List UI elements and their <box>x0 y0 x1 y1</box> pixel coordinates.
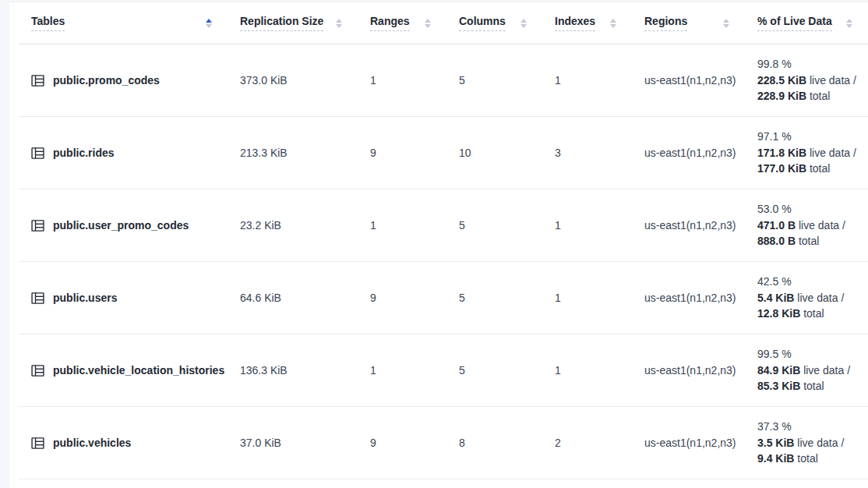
total-data-line: 9.4 KiB total <box>757 451 868 467</box>
table-icon <box>31 74 44 87</box>
column-header[interactable]: % of Live Data <box>745 15 868 31</box>
live-data-percent: 99.8 % <box>757 56 868 72</box>
columns-cell: 5 <box>446 74 542 87</box>
replication-size-cell: 23.2 KiB <box>228 219 358 232</box>
column-header[interactable]: Tables <box>19 15 228 31</box>
sort-desc-icon[interactable] <box>336 24 342 28</box>
live-data-percent: 53.0 % <box>757 201 868 217</box>
sort-asc-icon[interactable] <box>723 19 729 23</box>
table-name-link[interactable]: public.rides <box>53 147 115 159</box>
regions-cell: us-east1(n1,n2,n3) <box>632 74 745 87</box>
column-header[interactable]: Ranges <box>358 15 446 31</box>
table-name-link[interactable]: public.promo_codes <box>53 74 160 87</box>
table-icon <box>31 292 44 305</box>
columns-cell: 5 <box>446 219 542 232</box>
table-icon <box>31 219 44 232</box>
table-name-cell: public.vehicle_location_histories <box>19 364 228 377</box>
column-header-label[interactable]: % of Live Data <box>757 15 832 31</box>
sort-desc-icon[interactable] <box>846 24 852 28</box>
table-name-link[interactable]: public.vehicle_location_histories <box>53 364 224 377</box>
table-row[interactable]: public.vehicles 37.0 KiB 9 8 2 us-east1(… <box>19 407 868 479</box>
replication-size-cell: 64.6 KiB <box>228 292 358 304</box>
sort-arrows-icon[interactable] <box>723 19 729 28</box>
column-header-label[interactable]: Replication Size <box>240 15 323 31</box>
live-data-percent: 97.1 % <box>757 129 868 145</box>
sort-desc-icon[interactable] <box>425 24 431 28</box>
sort-asc-icon[interactable] <box>846 19 852 23</box>
indexes-cell: 1 <box>542 219 632 232</box>
sort-asc-icon[interactable] <box>425 19 431 23</box>
column-header[interactable]: Indexes <box>542 15 632 31</box>
replication-size-cell: 373.0 KiB <box>228 74 358 87</box>
sort-arrows-icon[interactable] <box>425 19 431 28</box>
ranges-cell: 1 <box>358 219 446 232</box>
table-row[interactable]: public.vehicle_location_histories 136.3 … <box>19 334 868 407</box>
indexes-cell: 1 <box>542 292 632 304</box>
live-data-percent: 99.5 % <box>757 346 868 362</box>
table-icon <box>31 147 44 160</box>
live-data-cell: 53.0 % 471.0 B live data / 888.0 B total <box>745 201 868 249</box>
ranges-cell: 9 <box>358 147 446 159</box>
sort-asc-icon[interactable] <box>520 19 527 23</box>
column-header-label[interactable]: Columns <box>459 15 506 31</box>
column-header[interactable]: Regions <box>632 15 745 31</box>
column-header-label[interactable]: Tables <box>31 15 65 31</box>
columns-cell: 5 <box>446 292 542 304</box>
column-header-label[interactable]: Ranges <box>370 15 410 31</box>
live-data-line: 84.9 KiB live data / <box>757 362 868 379</box>
sort-asc-icon[interactable] <box>206 19 212 23</box>
table-name-link[interactable]: public.vehicles <box>53 437 131 449</box>
table-row[interactable]: public.user_promo_codes 23.2 KiB 1 5 1 u… <box>19 189 868 262</box>
live-data-percent: 42.5 % <box>757 274 868 290</box>
table-row[interactable]: public.users 64.6 KiB 9 5 1 us-east1(n1,… <box>19 262 868 334</box>
live-data-cell: 42.5 % 5.4 KiB live data / 12.8 KiB tota… <box>745 274 868 322</box>
columns-cell: 5 <box>446 364 542 377</box>
sort-desc-icon[interactable] <box>723 24 729 28</box>
replication-size-cell: 37.0 KiB <box>228 437 358 449</box>
table-row[interactable]: public.rides 213.3 KiB 9 10 3 us-east1(n… <box>19 117 868 189</box>
sort-arrows-icon[interactable] <box>520 19 527 28</box>
table-icon <box>31 364 44 377</box>
regions-cell: us-east1(n1,n2,n3) <box>632 292 745 304</box>
live-data-cell: 97.1 % 171.8 KiB live data / 177.0 KiB t… <box>745 129 868 177</box>
sort-desc-icon[interactable] <box>520 24 527 28</box>
replication-size-cell: 136.3 KiB <box>228 364 358 377</box>
sort-arrows-icon[interactable] <box>206 19 212 28</box>
sort-asc-icon[interactable] <box>336 19 342 23</box>
sort-arrows-icon[interactable] <box>336 19 342 28</box>
table-name-link[interactable]: public.users <box>53 292 117 304</box>
tables-panel: Tables Replication Size Ranges Columns I… <box>9 2 868 488</box>
sort-arrows-icon[interactable] <box>610 19 616 28</box>
column-header-label[interactable]: Regions <box>644 15 687 31</box>
ranges-cell: 1 <box>358 74 446 87</box>
sort-desc-icon[interactable] <box>610 24 616 28</box>
table-name-cell: public.user_promo_codes <box>19 219 228 232</box>
regions-cell: us-east1(n1,n2,n3) <box>632 147 745 159</box>
ranges-cell: 1 <box>358 364 446 377</box>
sort-asc-icon[interactable] <box>610 19 616 23</box>
table-name-cell: public.promo_codes <box>19 74 228 87</box>
live-data-percent: 37.3 % <box>757 419 868 435</box>
total-data-line: 85.3 KiB total <box>757 378 868 394</box>
column-header[interactable]: Replication Size <box>228 15 358 31</box>
table-name-link[interactable]: public.user_promo_codes <box>53 219 189 232</box>
sort-arrows-icon[interactable] <box>846 19 852 28</box>
live-data-line: 5.4 KiB live data / <box>757 290 868 306</box>
indexes-cell: 1 <box>542 364 632 377</box>
live-data-line: 171.8 KiB live data / <box>757 145 868 161</box>
indexes-cell: 3 <box>542 147 632 159</box>
sort-desc-icon[interactable] <box>206 24 212 28</box>
regions-cell: us-east1(n1,n2,n3) <box>632 219 745 232</box>
total-data-line: 177.0 KiB total <box>757 161 868 177</box>
live-data-cell: 99.5 % 84.9 KiB live data / 85.3 KiB tot… <box>745 346 868 394</box>
live-data-line: 3.5 KiB live data / <box>757 435 868 451</box>
live-data-line: 228.5 KiB live data / <box>757 72 868 89</box>
table-body: public.promo_codes 373.0 KiB 1 5 1 us-ea… <box>19 44 868 479</box>
table-row[interactable]: public.promo_codes 373.0 KiB 1 5 1 us-ea… <box>19 44 868 117</box>
column-header[interactable]: Columns <box>446 15 542 31</box>
column-header-label[interactable]: Indexes <box>555 15 595 31</box>
ranges-cell: 9 <box>358 292 446 304</box>
ranges-cell: 9 <box>358 437 446 449</box>
live-data-cell: 37.3 % 3.5 KiB live data / 9.4 KiB total <box>745 419 868 467</box>
total-data-line: 888.0 B total <box>757 233 868 249</box>
